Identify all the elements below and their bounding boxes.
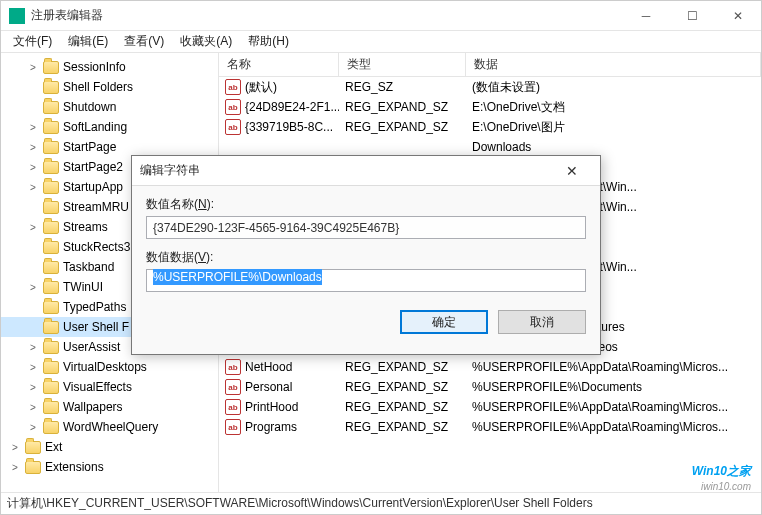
expand-icon[interactable]: >	[27, 402, 39, 413]
menubar: 文件(F) 编辑(E) 查看(V) 收藏夹(A) 帮助(H)	[1, 31, 761, 53]
dialog-close-button[interactable]: ✕	[552, 163, 592, 179]
list-row[interactable]: abProgramsREG_EXPAND_SZ%USERPROFILE%\App…	[219, 417, 761, 437]
minimize-button[interactable]: ─	[623, 1, 669, 31]
tree-label: SoftLanding	[63, 120, 127, 134]
folder-icon	[43, 361, 59, 374]
tree-item[interactable]: >StartPage	[1, 137, 218, 157]
tree-label: StreamMRU	[63, 200, 129, 214]
list-header: 名称 类型 数据	[219, 53, 761, 77]
folder-icon	[43, 161, 59, 174]
expand-icon[interactable]: >	[9, 462, 21, 473]
folder-icon	[43, 81, 59, 94]
expand-icon[interactable]: >	[27, 342, 39, 353]
value-type: REG_EXPAND_SZ	[339, 400, 466, 414]
folder-icon	[43, 141, 59, 154]
value-name-field[interactable]	[146, 216, 586, 239]
expand-icon[interactable]: >	[27, 222, 39, 233]
folder-icon	[43, 341, 59, 354]
expand-icon[interactable]: >	[9, 442, 21, 453]
value-data: %USERPROFILE%\AppData\Roaming\Micros...	[466, 420, 761, 434]
edit-string-dialog: 编辑字符串 ✕ 数值名称(N): 数值数据(V): %USERPROFILE%\…	[131, 155, 601, 355]
folder-icon	[43, 261, 59, 274]
col-header-type[interactable]: 类型	[339, 53, 466, 76]
string-value-icon: ab	[225, 79, 241, 95]
folder-icon	[43, 241, 59, 254]
list-row[interactable]: abPrintHoodREG_EXPAND_SZ%USERPROFILE%\Ap…	[219, 397, 761, 417]
tree-item[interactable]: >SessionInfo	[1, 57, 218, 77]
expand-icon[interactable]: >	[27, 162, 39, 173]
list-row[interactable]: abPersonalREG_EXPAND_SZ%USERPROFILE%\Doc…	[219, 377, 761, 397]
app-icon	[9, 8, 25, 24]
expand-icon[interactable]: >	[27, 122, 39, 133]
folder-icon	[43, 301, 59, 314]
tree-label: WordWheelQuery	[63, 420, 158, 434]
value-data: (数值未设置)	[466, 79, 761, 96]
maximize-button[interactable]: ☐	[669, 1, 715, 31]
value-type: REG_EXPAND_SZ	[339, 120, 466, 134]
col-header-name[interactable]: 名称	[219, 53, 339, 76]
value-data-label: 数值数据(V):	[146, 249, 586, 266]
folder-icon	[25, 461, 41, 474]
tree-item[interactable]: >Wallpapers	[1, 397, 218, 417]
tree-label: Wallpapers	[63, 400, 123, 414]
value-data-field[interactable]: %USERPROFILE%\Downloads	[146, 269, 586, 292]
tree-item[interactable]: >WordWheelQuery	[1, 417, 218, 437]
expand-icon[interactable]: >	[27, 382, 39, 393]
tree-label: Ext	[45, 440, 62, 454]
expand-icon[interactable]: >	[27, 62, 39, 73]
tree-label: Extensions	[45, 460, 104, 474]
folder-icon	[43, 221, 59, 234]
tree-item[interactable]: >Shell Folders	[1, 77, 218, 97]
value-name: PrintHood	[245, 400, 298, 414]
menu-help[interactable]: 帮助(H)	[240, 31, 297, 52]
list-row[interactable]: ab{24D89E24-2F1...REG_EXPAND_SZE:\OneDri…	[219, 97, 761, 117]
menu-view[interactable]: 查看(V)	[116, 31, 172, 52]
tree-label: Taskband	[63, 260, 114, 274]
folder-icon	[43, 321, 59, 334]
expand-icon[interactable]: >	[27, 142, 39, 153]
expand-icon[interactable]: >	[27, 362, 39, 373]
list-row[interactable]: abNetHoodREG_EXPAND_SZ%USERPROFILE%\AppD…	[219, 357, 761, 377]
folder-icon	[43, 201, 59, 214]
tree-label: UserAssist	[63, 340, 120, 354]
value-name: {24D89E24-2F1...	[245, 100, 339, 114]
string-value-icon: ab	[225, 99, 241, 115]
expand-icon[interactable]: >	[27, 282, 39, 293]
tree-item[interactable]: >Extensions	[1, 457, 218, 477]
menu-fav[interactable]: 收藏夹(A)	[172, 31, 240, 52]
value-name: (默认)	[245, 79, 277, 96]
tree-item[interactable]: >Shutdown	[1, 97, 218, 117]
ok-button[interactable]: 确定	[400, 310, 488, 334]
list-row[interactable]: Downloads	[219, 137, 761, 157]
value-type: REG_EXPAND_SZ	[339, 100, 466, 114]
value-data: E:\OneDrive\文档	[466, 99, 761, 116]
value-name-label: 数值名称(N):	[146, 196, 586, 213]
cancel-button[interactable]: 取消	[498, 310, 586, 334]
menu-edit[interactable]: 编辑(E)	[60, 31, 116, 52]
value-type: REG_EXPAND_SZ	[339, 380, 466, 394]
dialog-title: 编辑字符串	[140, 162, 552, 179]
watermark: Win10之家iwin10.com	[692, 455, 751, 492]
value-data: %USERPROFILE%\AppData\Roaming\Micros...	[466, 400, 761, 414]
value-name: {339719B5-8C...	[245, 120, 333, 134]
expand-icon[interactable]: >	[27, 422, 39, 433]
tree-item[interactable]: >VirtualDesktops	[1, 357, 218, 377]
expand-icon[interactable]: >	[27, 182, 39, 193]
tree-label: StartPage	[63, 140, 116, 154]
folder-icon	[43, 121, 59, 134]
value-data: %USERPROFILE%\AppData\Roaming\Micros...	[466, 360, 761, 374]
close-button[interactable]: ✕	[715, 1, 761, 31]
col-header-data[interactable]: 数据	[466, 53, 761, 76]
list-row[interactable]: ab(默认)REG_SZ(数值未设置)	[219, 77, 761, 97]
tree-item[interactable]: >SoftLanding	[1, 117, 218, 137]
tree-label: StartupApp	[63, 180, 123, 194]
folder-icon	[43, 281, 59, 294]
value-type: REG_SZ	[339, 80, 466, 94]
string-value-icon: ab	[225, 419, 241, 435]
tree-label: Shutdown	[63, 100, 116, 114]
list-row[interactable]: ab{339719B5-8C...REG_EXPAND_SZE:\OneDriv…	[219, 117, 761, 137]
tree-label: StuckRects3	[63, 240, 130, 254]
menu-file[interactable]: 文件(F)	[5, 31, 60, 52]
tree-item[interactable]: >VisualEffects	[1, 377, 218, 397]
tree-item[interactable]: >Ext	[1, 437, 218, 457]
